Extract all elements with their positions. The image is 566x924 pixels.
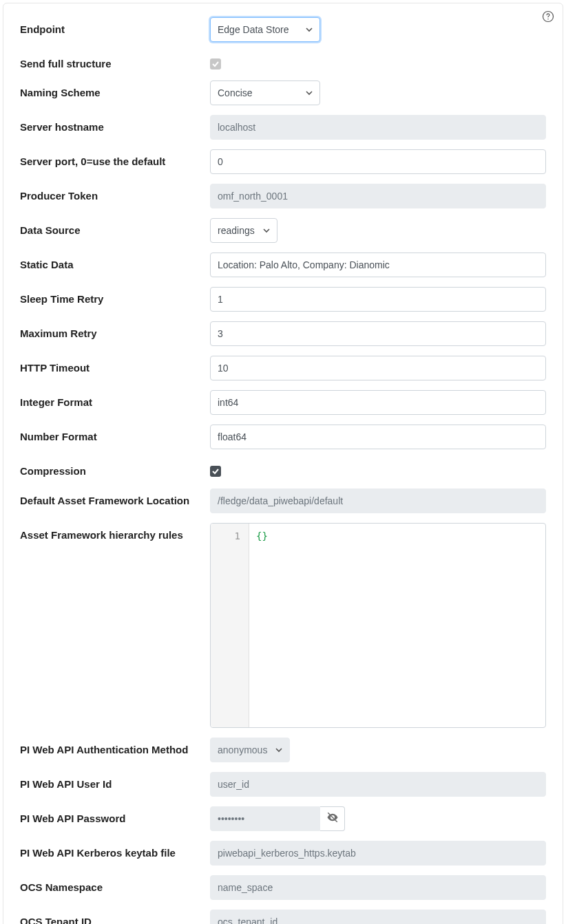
af-hierarchy-rules-editor[interactable]: 1 {} — [210, 523, 546, 728]
piwebapi-auth-method-select: anonymous — [210, 738, 290, 762]
data-source-value: readings — [218, 225, 255, 236]
compression-checkbox[interactable] — [210, 466, 221, 477]
integer-format-label: Integer Format — [20, 390, 210, 409]
http-timeout-input[interactable] — [210, 356, 546, 380]
naming-scheme-select[interactable]: Concise — [210, 80, 320, 105]
editor-content[interactable]: {} — [249, 524, 545, 727]
static-data-label: Static Data — [20, 253, 210, 272]
integer-format-input[interactable] — [210, 390, 546, 415]
chevron-down-icon — [263, 227, 270, 234]
data-source-label: Data Source — [20, 218, 210, 237]
config-panel: Endpoint Edge Data Store Send full struc… — [3, 3, 563, 924]
svg-point-1 — [547, 19, 549, 20]
naming-scheme-label: Naming Scheme — [20, 80, 210, 100]
naming-scheme-value: Concise — [218, 87, 253, 98]
send-full-structure-label: Send full structure — [20, 52, 210, 71]
server-port-input[interactable] — [210, 149, 546, 174]
ocs-tenant-id-input — [210, 910, 546, 925]
producer-token-input — [210, 184, 546, 208]
http-timeout-label: HTTP Timeout — [20, 356, 210, 375]
sleep-time-retry-input[interactable] — [210, 287, 546, 312]
help-icon[interactable] — [542, 10, 554, 23]
ocs-namespace-input — [210, 875, 546, 900]
endpoint-select[interactable]: Edge Data Store — [210, 17, 320, 42]
default-af-location-label: Default Asset Framework Location — [20, 488, 210, 508]
piwebapi-user-id-input — [210, 772, 546, 797]
piwebapi-keytab-label: PI Web API Kerberos keytab file — [20, 841, 210, 860]
maximum-retry-input[interactable] — [210, 321, 546, 346]
ocs-tenant-id-label: OCS Tenant ID — [20, 910, 210, 925]
piwebapi-auth-method-label: PI Web API Authentication Method — [20, 738, 210, 757]
eye-off-icon — [326, 811, 339, 826]
piwebapi-password-reveal-button[interactable] — [320, 806, 345, 831]
piwebapi-password-label: PI Web API Password — [20, 806, 210, 826]
chevron-down-icon — [306, 89, 313, 96]
send-full-structure-checkbox — [210, 58, 221, 69]
editor-line-number: 1 — [211, 530, 240, 541]
number-format-input[interactable] — [210, 425, 546, 449]
server-hostname-label: Server hostname — [20, 115, 210, 134]
ocs-namespace-label: OCS Namespace — [20, 875, 210, 894]
data-source-select[interactable]: readings — [210, 218, 277, 243]
editor-gutter: 1 — [211, 524, 249, 727]
piwebapi-user-id-label: PI Web API User Id — [20, 772, 210, 791]
default-af-location-input — [210, 488, 546, 513]
sleep-time-retry-label: Sleep Time Retry — [20, 287, 210, 306]
number-format-label: Number Format — [20, 425, 210, 444]
chevron-down-icon — [275, 746, 282, 753]
piwebapi-password-input — [210, 806, 320, 831]
chevron-down-icon — [306, 26, 313, 33]
server-hostname-input — [210, 115, 546, 140]
piwebapi-auth-method-value: anonymous — [218, 744, 267, 755]
endpoint-select-value: Edge Data Store — [218, 24, 289, 35]
endpoint-label: Endpoint — [20, 17, 210, 36]
compression-label: Compression — [20, 459, 210, 478]
maximum-retry-label: Maximum Retry — [20, 321, 210, 341]
producer-token-label: Producer Token — [20, 184, 210, 203]
piwebapi-keytab-input — [210, 841, 546, 866]
af-hierarchy-rules-label: Asset Framework hierarchy rules — [20, 523, 210, 542]
static-data-input[interactable] — [210, 253, 546, 277]
server-port-label: Server port, 0=use the default — [20, 149, 210, 169]
